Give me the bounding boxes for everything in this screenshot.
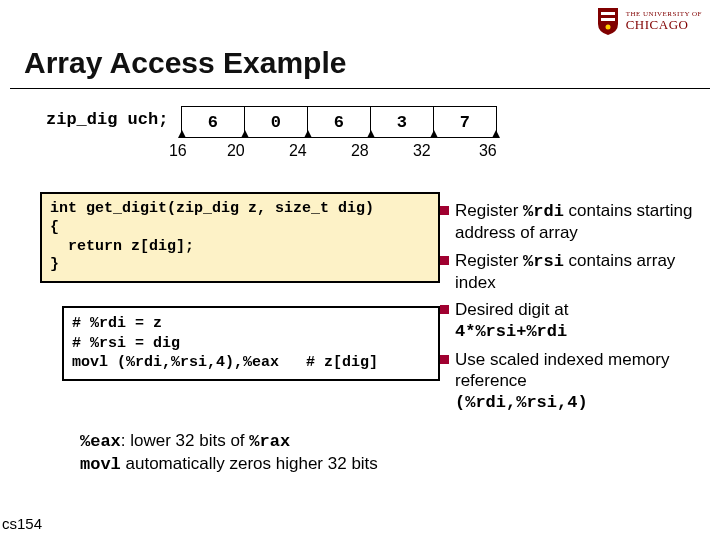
- array-cell: 6: [307, 106, 370, 138]
- slide-title: Array Access Example: [24, 46, 346, 80]
- address-arrow: [178, 130, 186, 138]
- array-diagram: zip_dig uch; 6 0 6 3 7 16 20 24 28 32 36: [46, 106, 547, 160]
- bullet-icon: [440, 256, 449, 265]
- array-declaration: zip_dig uch;: [46, 110, 168, 129]
- address-arrow: [430, 130, 438, 138]
- page-number: cs154: [2, 515, 42, 532]
- bullet-item: Desired digit at 4*%rsi+%rdi: [440, 299, 710, 343]
- array-cell: 3: [370, 106, 433, 138]
- asm-comment: # %rsi = dig: [72, 335, 180, 352]
- svg-rect-0: [601, 12, 615, 15]
- address-row: 16 20 24 28 32 36: [171, 142, 547, 160]
- bullet-item: Register %rdi contains starting address …: [440, 200, 710, 244]
- address-label: 28: [351, 142, 413, 160]
- bullet-item: Use scaled indexed memory reference (%rd…: [440, 349, 710, 414]
- address-arrow: [304, 130, 312, 138]
- array-cell: 6: [181, 106, 244, 138]
- address-arrow: [492, 130, 500, 138]
- bullet-list: Register %rdi contains starting address …: [440, 200, 710, 419]
- svg-rect-1: [601, 18, 615, 21]
- asm-comment: # z[dig]: [279, 354, 378, 371]
- asm-instruction: movl (%rdi,%rsi,4),%eax: [72, 354, 279, 371]
- c-source-box: int get_digit(zip_dig z, size_t dig) { r…: [40, 192, 440, 283]
- logo-line2: CHICAGO: [626, 18, 702, 32]
- address-label: 16: [169, 142, 231, 160]
- shield-icon: [596, 6, 620, 36]
- address-label: 32: [413, 142, 475, 160]
- title-underline: [10, 88, 710, 89]
- array-cell: 7: [433, 106, 497, 138]
- svg-point-2: [605, 25, 610, 30]
- bullet-icon: [440, 305, 449, 314]
- address-arrow: [367, 130, 375, 138]
- array-cells-row: 6 0 6 3 7: [181, 106, 547, 138]
- bullet-item: Register %rsi contains array index: [440, 250, 710, 294]
- bullet-icon: [440, 355, 449, 364]
- university-logo: THE UNIVERSITY OF CHICAGO: [596, 6, 702, 36]
- address-arrow: [241, 130, 249, 138]
- array-cell: 0: [244, 106, 307, 138]
- address-label: 36: [479, 142, 541, 160]
- bullet-icon: [440, 206, 449, 215]
- asm-box: # %rdi = z # %rsi = dig movl (%rdi,%rsi,…: [62, 306, 440, 381]
- address-label: 20: [227, 142, 289, 160]
- address-label: 24: [289, 142, 351, 160]
- footer-note: %eax: lower 32 bits of %rax movl automat…: [80, 430, 378, 476]
- asm-comment: # %rdi = z: [72, 315, 162, 332]
